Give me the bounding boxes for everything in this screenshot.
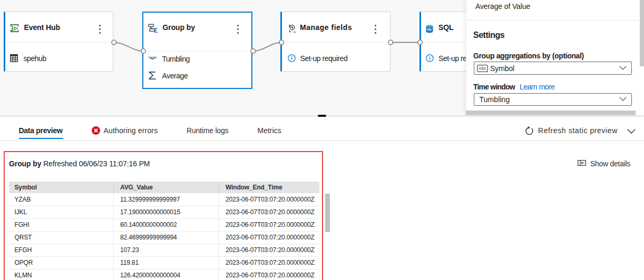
svg-text:Σ: Σ	[153, 27, 158, 33]
svg-text:Abc: Abc	[478, 66, 486, 71]
svg-text:SQL: SQL	[427, 28, 432, 31]
